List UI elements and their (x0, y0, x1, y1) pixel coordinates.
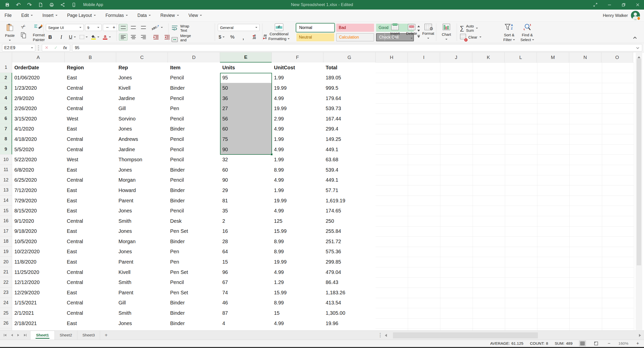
cell-F26[interactable]: 4.99 (272, 318, 323, 329)
cell-E14[interactable]: 81 (220, 196, 272, 206)
row-header-18[interactable]: 18 (0, 236, 12, 247)
cell-E9[interactable]: 90 (220, 144, 272, 155)
cell-style-calculation[interactable]: Calculation (336, 33, 374, 41)
cell-C2[interactable]: Jones (116, 73, 168, 83)
cell-G3[interactable]: 999.5 (323, 83, 376, 93)
column-header-C[interactable]: C (116, 52, 168, 62)
cell-D2[interactable]: Pencil (168, 73, 220, 83)
row-header-15[interactable]: 15 (0, 206, 12, 216)
column-header-E[interactable]: E (220, 52, 272, 62)
confirm-entry-icon[interactable]: ✓ (54, 45, 57, 50)
cell-C12[interactable]: Morgan (116, 175, 168, 185)
cell-A10[interactable]: 5/22/2020 (12, 154, 65, 165)
cell-B18[interactable]: Central (65, 236, 116, 247)
cell-B24[interactable]: Central (65, 298, 116, 308)
cell-G5[interactable]: 539.73 (323, 103, 376, 114)
merge-center-icon[interactable] (171, 37, 178, 43)
cell-A7[interactable]: 4/1/2020 (12, 124, 65, 134)
cell-F21[interactable]: 4.99 (272, 267, 323, 277)
column-header-L[interactable]: L (505, 52, 537, 62)
cell-style-normal[interactable]: Normal (296, 24, 334, 32)
cell-D5[interactable]: Pen (168, 103, 220, 114)
collapse-ribbon-icon[interactable] (633, 36, 637, 38)
cell-E25[interactable]: 87 (220, 308, 272, 318)
cell-A3[interactable]: 1/23/2020 (12, 83, 65, 93)
cell-D6[interactable]: Pencil (168, 114, 220, 124)
cell-A14[interactable]: 7/29/2020 (12, 196, 65, 206)
sort-filter-button[interactable]: AZ Sort &Filter (500, 21, 518, 43)
cell-B5[interactable]: Central (65, 103, 116, 114)
row-header-4[interactable]: 4 (0, 93, 12, 104)
cell-A13[interactable]: 7/12/2020 (12, 185, 65, 196)
cell-F8[interactable]: 1.99 (272, 134, 323, 144)
increase-font-icon[interactable]: + (112, 25, 115, 30)
conditional-formatting-button[interactable]: ≠ ConditionalFormatting (265, 21, 293, 43)
cell-B7[interactable]: East (65, 124, 116, 134)
column-header-G[interactable]: G (323, 52, 376, 62)
cell-B25[interactable]: Central (65, 308, 116, 318)
row-header-27[interactable]: 27 (0, 328, 12, 330)
cell-G13[interactable]: 57.71 (323, 185, 376, 196)
cell-G2[interactable]: 189.05 (323, 73, 376, 83)
cell-D24[interactable]: Binder (168, 298, 220, 308)
bold-button[interactable]: B (46, 34, 54, 41)
cell-F12[interactable]: 4.99 (272, 175, 323, 185)
cell-F14[interactable]: 19.99 (272, 196, 323, 206)
cell-C24[interactable]: Gill (116, 298, 168, 308)
cell-A8[interactable]: 4/18/2020 (12, 134, 65, 144)
restore-icon[interactable] (621, 2, 626, 8)
row-header-9[interactable]: 9 (0, 144, 12, 155)
row-header-2[interactable]: 2 (0, 73, 12, 83)
menu-file[interactable]: File (5, 13, 12, 18)
cell-E4[interactable]: 36 (220, 93, 272, 104)
menu-edit[interactable]: Edit (21, 13, 33, 18)
row-header-21[interactable]: 21 (0, 267, 12, 277)
cell-G9[interactable]: 449.1 (323, 144, 376, 155)
cell-A20[interactable]: 11/8/2020 (12, 257, 65, 267)
zoom-in-button[interactable]: + (635, 341, 640, 346)
cell-E11[interactable]: 60 (220, 165, 272, 175)
cell-D7[interactable]: Binder (168, 124, 220, 134)
decrease-indent-icon[interactable] (151, 34, 161, 41)
row-header-8[interactable]: 8 (0, 134, 12, 144)
underline-button[interactable]: U (69, 34, 76, 41)
italic-button[interactable]: I (57, 34, 65, 41)
cell-C14[interactable]: Parent (116, 196, 168, 206)
cell-C16[interactable]: Smith (116, 216, 168, 226)
cell-F16[interactable]: 125 (272, 216, 323, 226)
cell-D26[interactable]: Binder (168, 318, 220, 329)
cell-A12[interactable]: 6/25/2020 (12, 175, 65, 185)
cell-F24[interactable]: 8.99 (272, 298, 323, 308)
add-sheet-button[interactable]: + (100, 331, 112, 340)
cell-D22[interactable]: Pencil (168, 277, 220, 288)
cell-B26[interactable]: East (65, 318, 116, 329)
copy-icon[interactable] (20, 32, 26, 40)
cell-G12[interactable]: 449.1 (323, 175, 376, 185)
cell-E2[interactable]: 95 (220, 73, 272, 83)
cell-F2[interactable]: 1.99 (272, 73, 323, 83)
column-header-A[interactable]: A (12, 52, 65, 62)
cell-B6[interactable]: West (65, 114, 116, 124)
cell-B10[interactable]: West (65, 154, 116, 165)
decrease-font-icon[interactable]: − (106, 25, 109, 30)
scroll-up-icon[interactable] (637, 55, 640, 58)
row-header-12[interactable]: 12 (0, 175, 12, 185)
sheet-tab-sheet1[interactable]: Sheet1 (30, 331, 55, 340)
undo-icon[interactable]: ↶ (16, 2, 21, 8)
share-icon[interactable] (60, 2, 66, 8)
format-painter-button[interactable]: FormatPainter (29, 21, 48, 43)
cell-D10[interactable]: Pencil (168, 154, 220, 165)
cell-E17[interactable]: 16 (220, 226, 272, 237)
align-left-button[interactable] (119, 34, 128, 41)
font-color-button[interactable]: a (103, 34, 111, 41)
vertical-scrollbar[interactable] (636, 53, 642, 330)
font-name-select[interactable]: Segoe UI (46, 24, 84, 31)
cell-G16[interactable]: 250 (323, 216, 376, 226)
name-box[interactable]: E2:E9 (2, 44, 35, 51)
row-header-23[interactable]: 23 (0, 288, 12, 298)
cell-G15[interactable]: 174.65 (323, 206, 376, 216)
cell-E20[interactable]: 15 (220, 257, 272, 267)
cell-C18[interactable]: Morgan (116, 236, 168, 247)
column-header-F[interactable]: F (272, 52, 323, 62)
font-size-select[interactable]: 9 (85, 24, 102, 31)
